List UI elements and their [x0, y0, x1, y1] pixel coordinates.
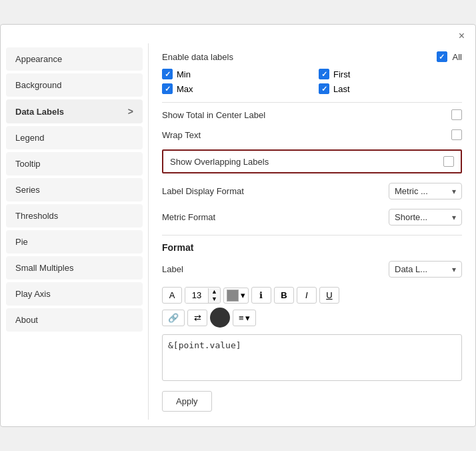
color-picker-button[interactable]: ▾: [223, 288, 249, 304]
close-button[interactable]: ×: [455, 29, 469, 43]
font-size-arrows: ▲ ▼: [208, 288, 220, 303]
sidebar-item-pie-label: Pie: [15, 237, 28, 247]
metric-format-label: Metric Format: [162, 212, 389, 222]
checkbox-min-box[interactable]: [162, 69, 173, 79]
format-section-title: Format: [162, 242, 462, 253]
checkbox-first-label: First: [333, 69, 350, 79]
color-swatch: [227, 290, 239, 302]
checkbox-min-label: Min: [177, 69, 191, 79]
divider-2: [162, 235, 462, 236]
align-icon: ≡: [239, 313, 244, 323]
sidebar-item-background[interactable]: Background: [6, 73, 143, 97]
sidebar-item-pie[interactable]: Pie: [6, 230, 143, 254]
sidebar-item-data-labels-arrow: >: [128, 106, 133, 117]
sidebar-item-thresholds[interactable]: Thresholds: [6, 204, 143, 228]
wrap-text-label: Wrap Text: [162, 130, 451, 140]
sidebar-item-thresholds-label: Thresholds: [15, 211, 58, 221]
show-overlapping-row: Show Overlapping Labels: [162, 149, 462, 173]
label-display-format-value: Metric ...: [395, 186, 428, 196]
sidebar-item-small-multiples-label: Small Multiples: [15, 263, 73, 273]
show-total-label: Show Total in Center Label: [162, 110, 451, 120]
label-display-format-dropdown[interactable]: Metric ... ▾: [389, 183, 462, 199]
sidebar-item-data-labels[interactable]: Data Labels >: [6, 99, 143, 123]
align-button[interactable]: ≡ ▾: [233, 310, 256, 326]
unlink-button[interactable]: ⇄: [187, 310, 207, 326]
label-dropdown[interactable]: Data L... ▾: [389, 261, 462, 278]
unlink-icon: ⇄: [194, 313, 201, 323]
enable-data-labels-label: Enable data labels: [162, 52, 437, 62]
metric-format-value: Shorte...: [395, 212, 427, 222]
enable-data-labels-row: Enable data labels All: [162, 51, 462, 62]
label-display-format-arrow-icon: ▾: [452, 187, 456, 196]
info-icon: ℹ: [259, 290, 263, 300]
content-panel: Enable data labels All Min First: [149, 43, 475, 420]
sidebar-item-small-multiples[interactable]: Small Multiples: [6, 256, 143, 280]
show-overlapping-checkbox[interactable]: [443, 156, 454, 167]
show-overlapping-right: [443, 156, 454, 167]
show-total-checkbox[interactable]: [451, 109, 462, 120]
wrap-text-right: [451, 129, 462, 140]
format-toolbar: A ▲ ▼ ▾ ℹ: [162, 287, 462, 304]
sidebar-item-legend-label: Legend: [15, 133, 44, 143]
sidebar-item-appearance[interactable]: Appearance: [6, 47, 143, 71]
label-arrow-icon: ▾: [452, 265, 456, 274]
align-arrow-icon: ▾: [245, 313, 250, 323]
apply-button[interactable]: Apply: [162, 391, 212, 412]
font-size-down[interactable]: ▼: [209, 296, 220, 303]
label-display-format-row: Label Display Format Metric ... ▾: [162, 183, 462, 199]
formula-textarea[interactable]: &[point.value]: [162, 334, 462, 381]
bold-icon: B: [281, 290, 287, 300]
sidebar-item-about-label: About: [15, 315, 38, 325]
checkbox-last-label: Last: [333, 84, 350, 94]
font-icon: A: [169, 290, 175, 300]
sidebar-item-appearance-label: Appearance: [15, 54, 62, 64]
checkbox-max-box[interactable]: [162, 83, 173, 94]
underline-icon: U: [326, 290, 332, 300]
label-display-format-label: Label Display Format: [162, 186, 389, 196]
checkbox-group: Min First Max Last: [162, 69, 462, 94]
enable-data-labels-checkbox[interactable]: [437, 51, 447, 62]
wrap-text-checkbox[interactable]: [451, 129, 462, 140]
format-toolbar-2: 🔗 ⇄ ≡ ▾: [162, 308, 462, 328]
metric-format-row: Metric Format Shorte... ▾: [162, 209, 462, 226]
color-dropdown-arrow-icon: ▾: [241, 290, 245, 300]
sidebar-item-about[interactable]: About: [6, 308, 143, 332]
sidebar-item-background-label: Background: [15, 80, 61, 90]
italic-icon: I: [305, 290, 308, 300]
checkbox-last-box[interactable]: [319, 83, 329, 94]
link-icon: 🔗: [168, 313, 179, 323]
font-button[interactable]: A: [162, 287, 182, 304]
checkbox-last: Last: [319, 83, 462, 94]
font-size-control: ▲ ▼: [185, 287, 221, 304]
dialog-body: Appearance Background Data Labels > Lege…: [1, 43, 475, 426]
checkbox-first: First: [319, 69, 462, 79]
checkbox-min: Min: [162, 69, 305, 79]
sidebar: Appearance Background Data Labels > Lege…: [1, 43, 149, 420]
sidebar-item-play-axis-label: Play Axis: [15, 289, 51, 299]
underline-button[interactable]: U: [319, 287, 339, 304]
label-label: Label: [162, 264, 389, 274]
link-button[interactable]: 🔗: [162, 310, 185, 326]
label-value: Data L...: [395, 264, 427, 274]
sidebar-item-legend[interactable]: Legend: [6, 126, 143, 149]
sidebar-item-series[interactable]: Series: [6, 178, 143, 201]
italic-button[interactable]: I: [297, 287, 317, 304]
bold-button[interactable]: B: [274, 287, 294, 304]
sidebar-item-series-label: Series: [15, 185, 40, 195]
font-size-up[interactable]: ▲: [209, 288, 220, 296]
metric-format-dropdown[interactable]: Shorte... ▾: [389, 209, 462, 226]
show-total-right: [451, 109, 462, 120]
dialog: × Appearance Background Data Labels > Le…: [0, 24, 476, 427]
font-size-input[interactable]: [185, 288, 208, 303]
info-button[interactable]: ℹ: [251, 287, 271, 304]
sidebar-item-tooltip[interactable]: Tooltip: [6, 152, 143, 175]
circle-button[interactable]: [210, 308, 230, 328]
sidebar-item-play-axis[interactable]: Play Axis: [6, 282, 143, 306]
checkbox-max: Max: [162, 83, 305, 94]
wrap-text-row: Wrap Text: [162, 129, 462, 140]
checkbox-first-box[interactable]: [319, 69, 329, 79]
all-label: All: [453, 52, 462, 62]
label-row: Label Data L... ▾: [162, 261, 462, 278]
show-total-row: Show Total in Center Label: [162, 109, 462, 120]
apply-label: Apply: [176, 396, 198, 406]
